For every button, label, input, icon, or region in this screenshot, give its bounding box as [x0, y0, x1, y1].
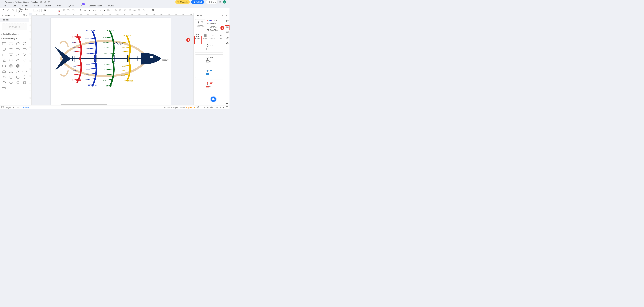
rail-fill-icon[interactable] — [226, 14, 229, 17]
layers-icon[interactable] — [197, 106, 200, 109]
save-icon[interactable] — [40, 1, 42, 3]
shape-triangle-right[interactable] — [22, 53, 27, 57]
close-icon[interactable]: ✕ — [222, 14, 223, 16]
menu-search-feature[interactable]: Search Feature — [89, 5, 102, 7]
collect-section[interactable]: ▾collect — [0, 18, 29, 22]
category-drawing[interactable]: ▾Basic Drawing S... — [0, 36, 29, 41]
play-icon[interactable] — [210, 106, 213, 109]
font-family-select[interactable]: Times New Ro...▾ — [18, 8, 32, 13]
focus-toggle[interactable]: Focus — [201, 106, 209, 108]
shape-donut[interactable] — [8, 64, 14, 68]
shape-octagon-round[interactable] — [8, 58, 14, 62]
shape-hexagon[interactable] — [15, 75, 20, 79]
rail-menu-icon[interactable] — [226, 102, 229, 105]
shape-heart[interactable] — [15, 81, 20, 85]
line-weight-button[interactable]: ▾ — [107, 8, 110, 12]
favorite-star-icon[interactable] — [48, 1, 50, 3]
menu-view[interactable]: View — [57, 5, 61, 7]
connector-style-button[interactable]: ▾ — [93, 8, 96, 12]
avatar-menu-chevron-icon[interactable]: ▾ — [228, 1, 228, 3]
shape-parallelogram[interactable] — [22, 64, 27, 68]
menu-file[interactable]: File — [3, 5, 6, 7]
crop-button[interactable] — [137, 8, 141, 12]
menu-ai[interactable]: AIhot — [80, 5, 82, 7]
category-flowchart[interactable]: ▸Basic Flowchart ... — [0, 32, 29, 36]
clear-format-button[interactable] — [62, 8, 66, 12]
page[interactable]: EFFECT OPTION 02 OPTION 02 cause — [51, 18, 171, 105]
shape-square-round[interactable] — [2, 47, 7, 51]
send-back-button[interactable] — [118, 8, 122, 12]
theme-tab-theme[interactable]: Theme — [194, 33, 202, 40]
theme-card[interactable] — [195, 42, 223, 53]
shape-snip-both[interactable] — [22, 47, 27, 51]
collapse-sidebar-icon[interactable]: « — [26, 14, 27, 16]
line-style-button[interactable]: ▾ — [97, 8, 101, 12]
line-color-button[interactable] — [88, 8, 92, 12]
lock-button[interactable] — [142, 8, 146, 12]
shape-trapezoid[interactable] — [2, 69, 7, 74]
shape-pill[interactable] — [8, 47, 14, 51]
rail-present-icon[interactable] — [226, 30, 229, 34]
list-button[interactable]: ▾ — [72, 8, 75, 12]
zoom-level[interactable]: 72% — [214, 106, 218, 108]
shape-ring-bold[interactable] — [15, 64, 20, 68]
search-icon[interactable] — [23, 14, 25, 16]
shape-triangle-up[interactable] — [15, 53, 20, 57]
rail-theme-icon[interactable] — [226, 25, 229, 28]
insert-image-button[interactable] — [151, 8, 155, 12]
menu-edit[interactable]: Edit — [12, 5, 16, 7]
shape-frame2[interactable] — [22, 81, 27, 85]
help-icon[interactable] — [219, 0, 222, 3]
theme-card[interactable] — [195, 80, 223, 90]
theme-card[interactable] — [195, 54, 223, 65]
shape-rounded-rect[interactable] — [8, 42, 14, 46]
shape-pentagon2[interactable] — [8, 75, 14, 79]
shape-circle[interactable] — [15, 42, 20, 46]
menu-select[interactable]: Select — [22, 5, 27, 7]
shape-triangle-small[interactable] — [2, 58, 7, 62]
shape-circle-thick[interactable] — [22, 42, 27, 46]
rail-history-icon[interactable] — [226, 41, 229, 45]
shape-heptagon[interactable] — [2, 81, 7, 85]
shape-rhombus-wide[interactable] — [2, 75, 7, 79]
shape-rectangle[interactable] — [2, 42, 7, 46]
theme-card[interactable] — [195, 67, 223, 78]
menu-layout[interactable]: Layout — [45, 5, 51, 7]
theme-tab-text[interactable]: Aa Text — [217, 33, 225, 40]
page-tab[interactable]: Page-1 — [22, 106, 30, 109]
theme-tab-color[interactable]: Color — [202, 33, 209, 40]
fullscreen-icon[interactable] — [226, 106, 228, 109]
chat-fab[interactable] — [211, 96, 216, 102]
fill-color-button[interactable] — [83, 8, 87, 12]
page-select[interactable]: Page-1▾ — [5, 106, 15, 109]
zoom-out-button[interactable]: − — [220, 106, 221, 109]
theme-save-row[interactable]: Save Th... — [207, 29, 223, 31]
bold-button[interactable]: B — [43, 8, 47, 12]
shape-snip-rect[interactable] — [15, 47, 20, 51]
shape-chevron-up[interactable] — [15, 69, 20, 74]
font-size-select[interactable]: 12▾ — [34, 9, 40, 12]
shape-burst[interactable] — [8, 81, 14, 85]
back-chevron-icon[interactable]: ❮ — [1, 1, 3, 3]
publish-button[interactable]: Publish — [191, 0, 204, 4]
shape-hexagon-v[interactable] — [22, 75, 27, 79]
canvas[interactable]: EFFECT OPTION 02 OPTION 02 cause — [32, 15, 194, 105]
panel-layout-icon[interactable] — [2, 106, 4, 109]
menu-plugin[interactable]: Plugin — [108, 5, 114, 7]
rail-export-icon[interactable] — [226, 19, 229, 23]
effects-button[interactable]: ▾ — [132, 8, 136, 12]
upgrade-button[interactable]: Upgrade — [175, 0, 190, 4]
add-page-button[interactable]: + — [16, 106, 20, 109]
shape-pentagon[interactable] — [15, 58, 20, 62]
sidebar-dropdown-icon[interactable]: ⌄ — [14, 14, 15, 16]
shape-triangle-iso[interactable] — [8, 69, 14, 74]
bring-front-button[interactable] — [114, 8, 118, 12]
export-icon[interactable] — [44, 1, 46, 3]
horizontal-scrollbar[interactable] — [34, 104, 194, 105]
rail-comment-icon[interactable] — [226, 36, 229, 39]
shape-single-round[interactable] — [2, 53, 7, 57]
align-shapes-button[interactable] — [123, 8, 127, 12]
shape-frame[interactable] — [8, 53, 14, 57]
user-avatar[interactable]: C — [223, 0, 226, 3]
align-button[interactable]: ▾ — [67, 8, 70, 12]
